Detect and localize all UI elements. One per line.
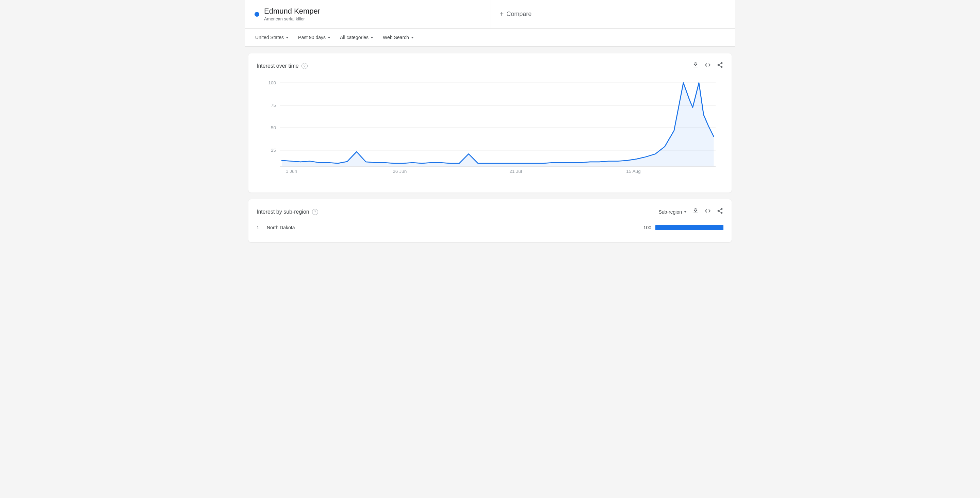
card-title-subregion: Interest by sub-region [256, 209, 309, 215]
svg-text:100: 100 [268, 80, 276, 85]
card-title-row-subregion: Interest by sub-region ? [256, 209, 318, 215]
interest-over-time-card: Interest over time ? [248, 53, 732, 193]
embed-icon[interactable] [705, 62, 711, 70]
term-info: Edmund Kemper American serial killer [264, 7, 320, 21]
subregion-controls: Sub-region [659, 207, 724, 216]
time-filter[interactable]: Past 90 days [298, 33, 331, 41]
card-header-subregion: Interest by sub-region ? Sub-region [256, 207, 724, 216]
category-filter-label: All categories [340, 35, 369, 40]
svg-text:75: 75 [271, 103, 276, 108]
svg-text:50: 50 [271, 125, 276, 130]
page-wrapper: Edmund Kemper American serial killer + C… [245, 0, 735, 256]
region-chevron-icon [286, 37, 288, 38]
subregion-embed-icon[interactable] [705, 207, 711, 216]
svg-text:25: 25 [271, 148, 276, 153]
term-dot [255, 12, 259, 17]
time-chevron-icon [328, 37, 331, 38]
subregion-download-icon[interactable] [692, 207, 699, 216]
card-actions-time [692, 62, 724, 70]
region-bar-wrap [655, 225, 724, 230]
search-term-box: Edmund Kemper American serial killer [245, 0, 490, 28]
subregion-dropdown-label: Sub-region [659, 209, 682, 215]
trend-area [282, 83, 714, 166]
help-icon-subregion[interactable]: ? [312, 209, 318, 215]
search-type-chevron-icon [411, 37, 414, 38]
region-bar [655, 225, 724, 230]
search-type-filter-label: Web Search [383, 35, 409, 40]
term-name: Edmund Kemper [264, 7, 320, 16]
help-icon-time[interactable]: ? [301, 63, 308, 69]
category-chevron-icon [371, 37, 373, 38]
region-filter-label: United States [255, 35, 284, 40]
filters-row: United States Past 90 days All categorie… [245, 29, 735, 46]
region-name: North Dakota [267, 225, 643, 230]
subregion-share-icon[interactable] [717, 207, 724, 216]
region-filter[interactable]: United States [255, 33, 289, 41]
compare-plus-icon: + [500, 10, 504, 18]
region-table: 1 North Dakota 100 [256, 221, 724, 234]
card-title-time: Interest over time [256, 63, 299, 69]
svg-text:15 Aug: 15 Aug [626, 169, 641, 173]
download-icon[interactable] [692, 62, 699, 70]
region-score: 100 [643, 225, 651, 230]
content-area: Interest over time ? [245, 46, 735, 256]
card-header-time: Interest over time ? [256, 62, 724, 70]
term-subtitle: American serial killer [264, 16, 320, 21]
card-title-row-time: Interest over time ? [256, 63, 308, 69]
search-header: Edmund Kemper American serial killer + C… [245, 0, 735, 29]
chart-container: 100 75 50 25 1 Jun 26 Jun 21 Jul 15 Aug [256, 75, 724, 185]
subregion-dropdown-chevron-icon [684, 211, 687, 213]
table-row: 1 North Dakota 100 [256, 221, 724, 234]
trend-line [282, 83, 714, 163]
time-filter-label: Past 90 days [298, 35, 326, 40]
subregion-dropdown[interactable]: Sub-region [659, 209, 687, 215]
interest-by-subregion-card: Interest by sub-region ? Sub-region [248, 199, 732, 242]
region-rank: 1 [256, 225, 267, 230]
share-icon[interactable] [717, 62, 724, 70]
search-type-filter[interactable]: Web Search [382, 33, 414, 41]
compare-box[interactable]: + Compare [490, 0, 735, 28]
chart-svg: 100 75 50 25 1 Jun 26 Jun 21 Jul 15 Aug [256, 75, 724, 185]
svg-text:26 Jun: 26 Jun [393, 169, 407, 173]
svg-text:21 Jul: 21 Jul [509, 169, 522, 173]
svg-text:1 Jun: 1 Jun [286, 169, 298, 173]
compare-label: Compare [506, 11, 531, 18]
category-filter[interactable]: All categories [339, 33, 374, 41]
